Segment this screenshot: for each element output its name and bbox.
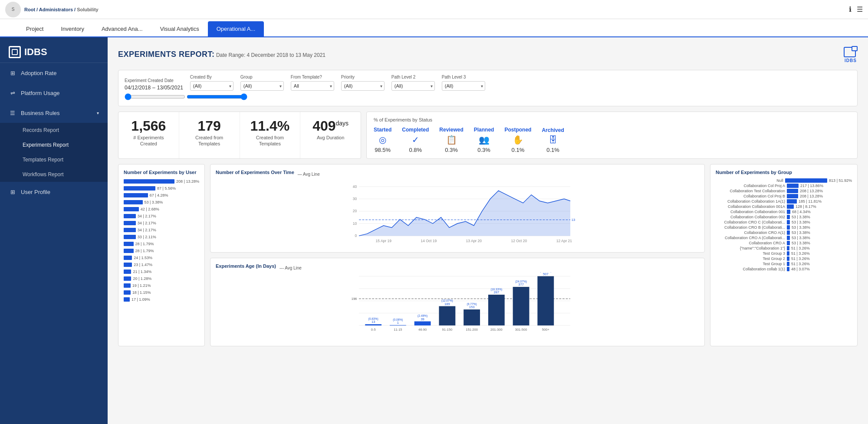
svg-text:(2.49%): (2.49%) (418, 314, 427, 318)
sidebar-item-user-profile[interactable]: ⊞ User Profile (0, 182, 108, 202)
list-item: 21 | 1.34% (124, 269, 199, 275)
date-range-slider-right[interactable] (187, 93, 247, 100)
status-completed: Completed ✓ 0.8% (402, 127, 429, 153)
path-level2-select[interactable]: (All) (391, 81, 435, 91)
list-item: 34 | 2.17% (124, 213, 199, 219)
group-select-wrap[interactable]: (All) (240, 81, 284, 91)
priority-select[interactable]: (All) (341, 81, 385, 91)
tab-advanced-ana[interactable]: Advanced Ana... (93, 21, 151, 36)
list-item: 24 | 1.53% (124, 255, 199, 261)
filter-path-level-3: Path Level 3 (All) (442, 75, 485, 91)
filters-grid: Experiment Created Date 04/12/2018 – 13/… (125, 75, 851, 91)
svg-text:30: 30 (353, 197, 357, 201)
sidebar-item-templates-report[interactable]: Templates Report (0, 152, 108, 167)
grid-icon: ⊞ (9, 69, 16, 77)
tab-project[interactable]: Project (17, 21, 52, 36)
sidebar-item-records-report[interactable]: Records Report (0, 123, 108, 138)
list-item: Collaboration CRO C (Collaborati...53 | … (716, 220, 852, 224)
svg-text:(0.83%): (0.83%) (368, 317, 378, 321)
list-item: 20 | 1.28% (124, 276, 199, 282)
list-item: Collaboration Collaboration 00168 | 4.34… (716, 210, 852, 214)
group-select[interactable]: (All) (240, 81, 284, 91)
sidebar-item-adoption-rate[interactable]: ⊞ Adoption Rate (0, 63, 108, 83)
tab-inventory[interactable]: Inventory (52, 21, 92, 36)
svg-text:13: 13 (372, 320, 375, 324)
sidebar-item-workflows-report[interactable]: Workflows Report (0, 167, 108, 182)
list-item: 34 | 2.17% (124, 227, 199, 233)
list-item: Collaboration CRO B (Collaborati...53 | … (716, 225, 852, 230)
list-item: 23 | 1.47% (124, 262, 199, 268)
filter-group: Group (All) (240, 75, 284, 91)
created-by-select-wrap[interactable]: (All) (190, 81, 233, 91)
time-chart-panel: Number of Experiments Over Time — Avg Li… (210, 164, 705, 253)
svg-rect-48 (513, 287, 529, 325)
path-level2-select-wrap[interactable]: (All) (391, 81, 435, 91)
from-template-select-wrap[interactable]: All (291, 81, 334, 91)
list-item: Collaboration Col Proj B208 | 13.28% (716, 194, 852, 198)
list-item: 42 | 2.68% (124, 206, 199, 212)
list-item: 28 | 1.79% (124, 248, 199, 254)
status-archived: Archived 🗄 0.1% (542, 127, 564, 153)
svg-text:39: 39 (421, 317, 424, 321)
list-item: Collaboration Collaboration 1A(1)185 | 1… (716, 199, 852, 204)
tab-operational-a[interactable]: Operational A... (208, 21, 264, 36)
middle-charts: Number of Experiments Over Time — Avg Li… (210, 164, 705, 346)
filter-path-level-2: Path Level 2 (All) (391, 75, 435, 91)
group-chart-panel: Number of Experiments by Group Null813 |… (710, 164, 858, 346)
list-item: 53 | 3.38% (124, 199, 199, 205)
svg-text:13 Apr 20: 13 Apr 20 (466, 239, 482, 243)
svg-text:0: 0 (355, 233, 357, 238)
svg-rect-36 (439, 306, 455, 325)
user-chart-panel: Number of Experiments by User 208 | 13.2… (118, 164, 205, 346)
time-chart-header: Number of Experiments Over Time — Avg Li… (216, 170, 699, 178)
list-item: 19 | 1.21% (124, 283, 199, 289)
svg-text:12 Apr 21: 12 Apr 21 (556, 239, 572, 243)
breadcrumb: Root / Administrators / Solubility (24, 7, 99, 12)
sidebar-item-business-rules[interactable]: ☰ Business Rules ▾ (0, 103, 108, 123)
list-item: 34 | 2.17% (124, 220, 199, 226)
svg-text:0-5: 0-5 (371, 328, 376, 332)
list-item: Collaboration CRO A53 | 3.38% (716, 241, 852, 245)
list-item: Test Group 351 | 3.26% (716, 251, 852, 256)
svg-text:1: 1 (397, 321, 399, 325)
svg-text:(18.33%): (18.33%) (490, 288, 502, 291)
sidebar-item-platform-usage[interactable]: ⇌ Platform Usage (0, 83, 108, 103)
svg-text:10: 10 (353, 221, 357, 226)
list-item: Collaboration Collaboration 00253 | 3.38… (716, 215, 852, 219)
layout: IDBS ⊞ Adoption Rate ⇌ Platform Usage ☰ … (0, 37, 868, 424)
status-postponed: Postponed ✋ 0.1% (504, 127, 531, 153)
svg-text:151-200: 151-200 (466, 328, 478, 332)
list-item: 28 | 1.79% (124, 241, 199, 247)
filter-priority: Priority (All) (341, 75, 385, 91)
summary-avg-duration: 409days Avg Duration (300, 112, 361, 158)
list-item: Null813 | 51.92% (716, 178, 852, 183)
date-range-slider-left[interactable] (125, 93, 185, 100)
status-planned: Planned 👥 0.3% (474, 127, 494, 153)
svg-text:46-90: 46-90 (418, 328, 427, 332)
date-range-slider-container (125, 93, 851, 102)
sidebar: IDBS ⊞ Adoption Rate ⇌ Platform Usage ☰ … (0, 37, 108, 424)
list-item: Test Group 151 | 3.26% (716, 262, 852, 266)
sidebar-item-experiments-report[interactable]: Experiments Report (0, 138, 108, 152)
age-chart-svg: 196 13 (0.83%) 0-5 1 (0.06%) 11-15 (216, 272, 699, 338)
svg-text:(24.07%): (24.07%) (515, 280, 527, 283)
priority-select-wrap[interactable]: (All) (341, 81, 385, 91)
tab-visual-analytics[interactable]: Visual Analytics (151, 21, 208, 36)
info-icon[interactable]: ℹ (849, 5, 852, 13)
status-reviewed: Reviewed 📋 0.3% (439, 127, 463, 153)
created-by-select[interactable]: (All) (190, 81, 233, 91)
list-item: {"name":"Collaboration 1"}51 | 3.26% (716, 246, 852, 250)
from-template-select[interactable]: All (291, 81, 334, 91)
path-level3-select[interactable]: (All) (442, 81, 485, 91)
svg-text:12 Oct 20: 12 Oct 20 (511, 239, 527, 243)
path-level3-select-wrap[interactable]: (All) (442, 81, 485, 91)
time-chart-svg: 40 30 20 10 0 13 15 Apr 19 14 Oct 19 (216, 178, 699, 244)
sidebar-submenu-business-rules: Records Report Experiments Report Templa… (0, 123, 108, 182)
list-item: Collaboration Col Proj A217 | 13.86% (716, 184, 852, 188)
menu-icon[interactable]: ☰ (857, 5, 863, 13)
chart-icon: ⇌ (9, 89, 16, 97)
charts-row: Number of Experiments by User 208 | 13.2… (118, 164, 858, 346)
list-item: Collaboration CRO A(1)53 | 3.38% (716, 230, 852, 235)
sidebar-logo-text: IDBS (9, 46, 99, 58)
age-chart-header: Experiments Age (In Days) --- Avg Line (216, 263, 699, 272)
